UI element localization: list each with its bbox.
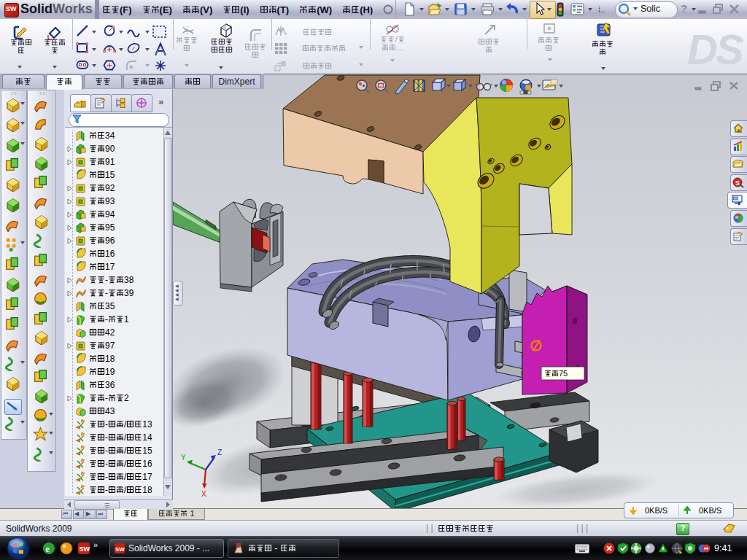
svg-text:Y: Y bbox=[181, 454, 186, 462]
svg-text:Z: Z bbox=[217, 448, 222, 456]
svg-text:SW: SW bbox=[80, 545, 90, 553]
svg-text:SW: SW bbox=[115, 546, 125, 553]
svg-text:e: e bbox=[46, 544, 50, 554]
svg-text:X: X bbox=[201, 490, 206, 498]
